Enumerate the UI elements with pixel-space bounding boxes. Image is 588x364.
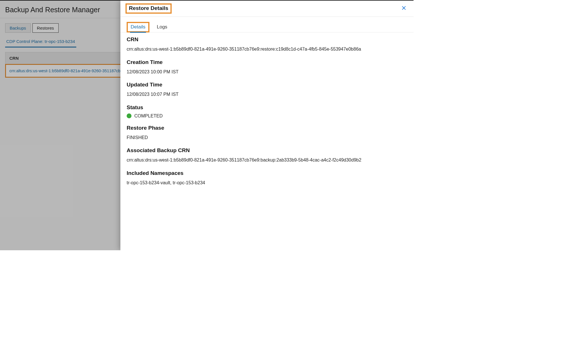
close-icon xyxy=(401,5,407,11)
close-button[interactable] xyxy=(401,5,407,12)
field-backup-crn: Associated Backup CRN crn:altus:drs:us-w… xyxy=(127,147,407,164)
field-creation-value: 12/08/2023 10:00 PM IST xyxy=(127,68,407,76)
tab-details-highlight: Details xyxy=(127,22,149,32)
tab-details[interactable]: Details xyxy=(130,22,146,33)
field-phase-label: Restore Phase xyxy=(127,125,407,131)
field-status: Status COMPLETED xyxy=(127,104,407,119)
field-creation-label: Creation Time xyxy=(127,59,407,65)
field-namespaces-label: Included Namespaces xyxy=(127,170,407,176)
panel-title-highlight: Restore Details xyxy=(126,3,172,14)
panel-header: Restore Details xyxy=(120,1,414,17)
field-crn-label: CRN xyxy=(127,36,407,43)
field-crn-value: crn:altus:drs:us-west-1:b5b89df0-821a-49… xyxy=(127,46,407,53)
field-phase-value: FINISHED xyxy=(127,134,407,141)
tab-logs[interactable]: Logs xyxy=(156,22,168,32)
field-namespaces: Included Namespaces tr-opc-153-b234-vaul… xyxy=(127,170,407,187)
field-crn: CRN crn:altus:drs:us-west-1:b5b89df0-821… xyxy=(127,36,407,53)
field-backup-crn-label: Associated Backup CRN xyxy=(127,147,407,154)
panel-title: Restore Details xyxy=(129,5,168,11)
status-dot-icon xyxy=(127,113,131,118)
field-updated-time: Updated Time 12/08/2023 10:07 PM IST xyxy=(127,82,407,98)
panel-content: CRN crn:altus:drs:us-west-1:b5b89df0-821… xyxy=(120,32,414,250)
field-namespaces-value: tr-opc-153-b234-vault, tr-opc-153-b234 xyxy=(127,179,407,187)
field-status-label: Status xyxy=(127,104,407,111)
field-restore-phase: Restore Phase FINISHED xyxy=(127,125,407,141)
panel-tabs: Details Logs xyxy=(120,22,414,32)
field-creation-time: Creation Time 12/08/2023 10:00 PM IST xyxy=(127,59,407,76)
status-row: COMPLETED xyxy=(127,113,407,119)
field-backup-crn-value: crn:altus:drs:us-west-1:b5b89df0-821a-49… xyxy=(127,156,407,164)
field-updated-value: 12/08/2023 10:07 PM IST xyxy=(127,91,407,98)
restore-details-panel: Restore Details Details Logs CRN crn:alt… xyxy=(120,1,414,250)
field-status-value: COMPLETED xyxy=(134,113,163,119)
field-updated-label: Updated Time xyxy=(127,82,407,88)
